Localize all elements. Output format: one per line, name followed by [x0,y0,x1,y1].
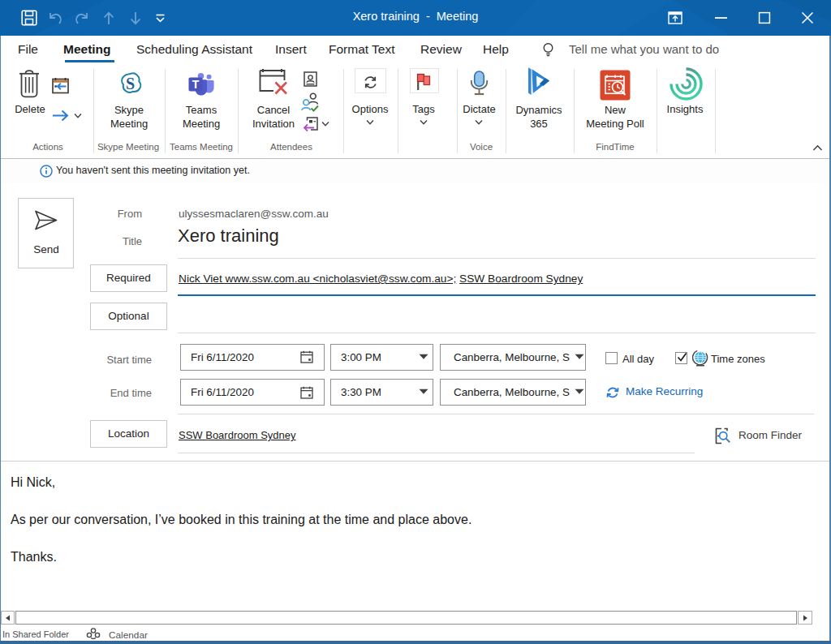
svg-text:S: S [126,75,135,92]
svg-text:T: T [192,78,200,91]
